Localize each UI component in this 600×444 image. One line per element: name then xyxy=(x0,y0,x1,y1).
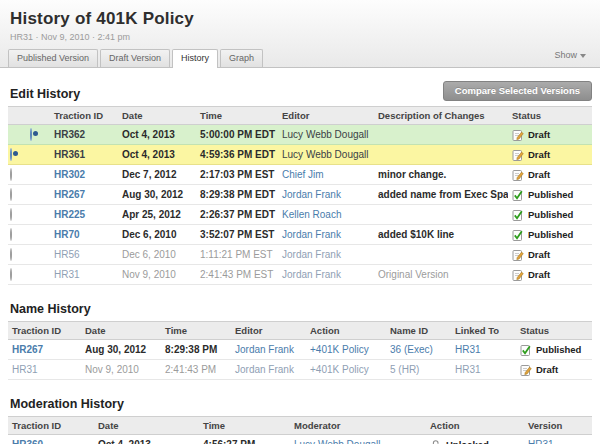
table-row: HR225Apr 25, 20122:26:37 PM EDTKellen Ro… xyxy=(8,205,592,225)
status-label: Draft xyxy=(528,169,550,180)
column-header: Date xyxy=(118,107,196,125)
compare-radio-b[interactable] xyxy=(30,128,32,141)
action-cell: Unlocked xyxy=(426,435,524,444)
column-header: Date xyxy=(81,322,161,340)
time-cell: 1:11:21 PM EST xyxy=(196,245,278,265)
published-icon xyxy=(512,209,524,221)
date-cell: Aug 30, 2012 xyxy=(81,340,161,360)
traction-id-link[interactable]: HR31 xyxy=(50,265,118,285)
table-row: HR56Dec 6, 20101:11:21 PM ESTJordan Fran… xyxy=(8,245,592,265)
column-header: Time xyxy=(161,322,231,340)
date-cell: Apr 25, 2012 xyxy=(118,205,196,225)
linked-to-link[interactable]: HR31 xyxy=(451,360,516,380)
compare-radio-a[interactable] xyxy=(10,248,12,261)
name-history-body: HR267Aug 30, 20128:29:38 PMJordan Frank+… xyxy=(8,340,592,380)
status-badge: Draft xyxy=(512,269,588,281)
column-header: Status xyxy=(516,322,592,340)
tab-graph[interactable]: Graph xyxy=(220,49,263,67)
radio-cell xyxy=(28,185,50,205)
time-cell: 2:26:37 PM EDT xyxy=(196,205,278,225)
compare-radio-a[interactable] xyxy=(10,168,12,181)
moderation-history-table: Traction IDDateTimeModeratorActionVersio… xyxy=(8,416,592,444)
table-row: HR302Dec 7, 20122:17:03 PM ESTChief Jimm… xyxy=(8,165,592,185)
radio-cell xyxy=(28,125,50,145)
moderation-history-body: HR360Oct 4, 20134:56:27 PMLucy Webb Doug… xyxy=(8,435,592,444)
name-history-head: Traction IDDateTimeEditorActionName IDLi… xyxy=(8,322,592,340)
traction-id-link[interactable]: HR267 xyxy=(8,340,81,360)
time-cell: 4:56:27 PM xyxy=(199,435,290,444)
compare-radio-a[interactable] xyxy=(10,148,12,161)
compare-selected-versions-button[interactable]: Compare Selected Versions xyxy=(443,81,592,101)
linked-to-link[interactable]: HR31 xyxy=(451,340,516,360)
show-dropdown[interactable]: Show xyxy=(554,50,586,60)
radio-cell xyxy=(8,145,28,165)
description-cell xyxy=(374,245,508,265)
compare-radio-a[interactable] xyxy=(10,268,12,281)
compare-radio-a[interactable] xyxy=(10,228,12,241)
traction-id-link[interactable]: HR302 xyxy=(50,165,118,185)
traction-id-link[interactable]: HR70 xyxy=(50,225,118,245)
column-header: Traction ID xyxy=(8,417,94,435)
description-cell: minor change. xyxy=(374,165,508,185)
editor-link[interactable]: Chief Jim xyxy=(278,165,374,185)
editor-link[interactable]: Jordan Frank xyxy=(278,225,374,245)
unlocked-icon xyxy=(430,439,442,444)
editor-link[interactable]: Lucy Webb Dougall xyxy=(278,125,374,145)
traction-id-link[interactable]: HR31 xyxy=(8,360,81,380)
traction-id-link[interactable]: HR361 xyxy=(50,145,118,165)
radio-cell xyxy=(28,245,50,265)
tab-published-version[interactable]: Published Version xyxy=(8,49,98,67)
traction-id-link[interactable]: HR267 xyxy=(50,185,118,205)
status-label: Draft xyxy=(528,269,550,280)
compare-radio-a[interactable] xyxy=(10,188,12,201)
status-label: Published xyxy=(528,229,573,240)
name-id-link[interactable]: 5 (HR) xyxy=(386,360,451,380)
editor-link[interactable]: Jordan Frank xyxy=(278,185,374,205)
moderation-history-heading: Moderation History xyxy=(10,397,124,411)
editor-link[interactable]: Kellen Roach xyxy=(278,205,374,225)
editor-link[interactable]: Jordan Frank xyxy=(231,360,306,380)
edit-history-table: Traction IDDateTimeEditorDescription of … xyxy=(8,106,592,285)
time-cell: 2:17:03 PM EST xyxy=(196,165,278,185)
column-header: Action xyxy=(306,322,386,340)
status-label: Unlocked xyxy=(446,439,489,444)
compare-radio-a[interactable] xyxy=(10,208,12,221)
table-row: HR360Oct 4, 20134:56:27 PMLucy Webb Doug… xyxy=(8,435,592,444)
name-id-link[interactable]: 36 (Exec) xyxy=(386,340,451,360)
action-link[interactable]: +401K Policy xyxy=(306,360,386,380)
editor-link[interactable]: Jordan Frank xyxy=(231,340,306,360)
editor-link[interactable]: Jordan Frank xyxy=(278,265,374,285)
date-cell: Oct 4, 2013 xyxy=(94,435,199,444)
column-header: Editor xyxy=(278,107,374,125)
moderator-link[interactable]: Lucy Webb Dougall xyxy=(290,435,426,444)
column-header: Linked To xyxy=(451,322,516,340)
tab-history[interactable]: History xyxy=(172,49,218,68)
column-header: Name ID xyxy=(386,322,451,340)
radio-cell xyxy=(28,205,50,225)
radio-cell xyxy=(8,265,28,285)
header-row: Traction IDDateTimeEditorActionName IDLi… xyxy=(8,322,592,340)
draft-icon xyxy=(512,149,524,161)
radio-cell xyxy=(28,145,50,165)
traction-id-link[interactable]: HR56 xyxy=(50,245,118,265)
editor-link[interactable]: Lucy Webb Dougall xyxy=(278,145,374,165)
editor-link[interactable]: Jordan Frank xyxy=(278,245,374,265)
date-cell: Nov 9, 2010 xyxy=(118,265,196,285)
column-header: Status xyxy=(508,107,592,125)
action-link[interactable]: +401K Policy xyxy=(306,340,386,360)
description-cell xyxy=(374,125,508,145)
moderation-history-header: Moderation History xyxy=(10,397,592,411)
traction-id-link[interactable]: HR362 xyxy=(50,125,118,145)
column-header: Date xyxy=(94,417,199,435)
version-link[interactable]: HR31 xyxy=(524,435,592,444)
status-badge: Draft xyxy=(512,129,588,141)
column-header: Time xyxy=(199,417,290,435)
name-history-header: Name History xyxy=(10,302,592,316)
date-cell: Nov 9, 2010 xyxy=(81,360,161,380)
tab-draft-version[interactable]: Draft Version xyxy=(100,49,170,67)
radio-cell xyxy=(8,205,28,225)
edit-history-body: HR362Oct 4, 20135:00:00 PM EDTLucy Webb … xyxy=(8,125,592,285)
traction-id-link[interactable]: HR225 xyxy=(50,205,118,225)
radio-cell xyxy=(8,165,28,185)
traction-id-link[interactable]: HR360 xyxy=(8,435,94,444)
